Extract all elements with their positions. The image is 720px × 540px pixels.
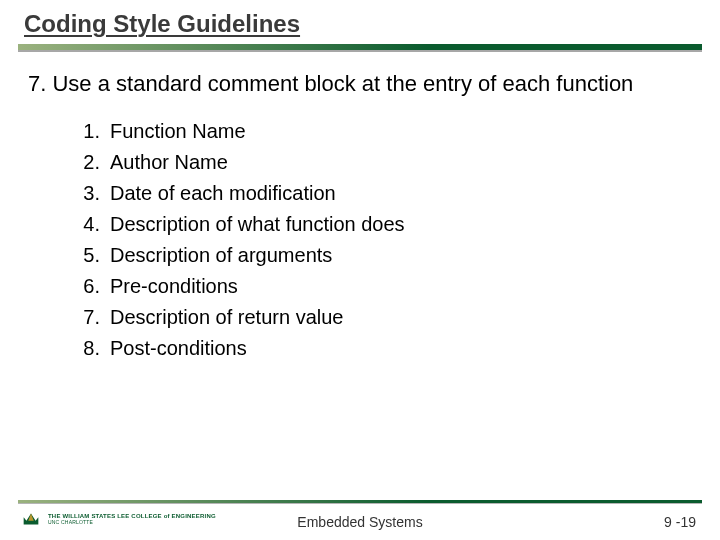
list-item-text: Author Name	[110, 147, 228, 178]
section-heading: 7. Use a standard comment block at the e…	[0, 52, 720, 98]
list-item-text: Date of each modification	[110, 178, 336, 209]
list-item-number: 7.	[70, 302, 110, 333]
list-item-number: 8.	[70, 333, 110, 364]
list-item-number: 4.	[70, 209, 110, 240]
list-item: 5. Description of arguments	[70, 240, 720, 271]
section-text: Use a standard comment block at the entr…	[52, 71, 633, 96]
list-item: 7. Description of return value	[70, 302, 720, 333]
list-item-number: 5.	[70, 240, 110, 271]
list-item: 4. Description of what function does	[70, 209, 720, 240]
list-item-text: Description of what function does	[110, 209, 405, 240]
list-item: 3. Date of each modification	[70, 178, 720, 209]
list-item: 1. Function Name	[70, 116, 720, 147]
list-item-number: 2.	[70, 147, 110, 178]
list-item-text: Description of arguments	[110, 240, 332, 271]
footer-page-number: 9 -19	[664, 514, 696, 530]
list-item: 2. Author Name	[70, 147, 720, 178]
list-item: 6. Pre-conditions	[70, 271, 720, 302]
list-item-text: Pre-conditions	[110, 271, 238, 302]
slide-footer: THE WILLIAM STATES LEE COLLEGE of ENGINE…	[0, 500, 720, 540]
ordered-list: 1. Function Name 2. Author Name 3. Date …	[0, 98, 720, 364]
list-item-text: Post-conditions	[110, 333, 247, 364]
list-item-text: Description of return value	[110, 302, 343, 333]
list-item: 8. Post-conditions	[70, 333, 720, 364]
list-item-number: 6.	[70, 271, 110, 302]
section-number: 7.	[28, 71, 46, 96]
list-item-number: 3.	[70, 178, 110, 209]
title-divider-shadow	[18, 50, 702, 52]
footer-center-text: Embedded Systems	[0, 514, 720, 530]
footer-divider-shadow	[18, 503, 702, 504]
list-item-number: 1.	[70, 116, 110, 147]
slide-title: Coding Style Guidelines	[0, 0, 720, 42]
list-item-text: Function Name	[110, 116, 246, 147]
